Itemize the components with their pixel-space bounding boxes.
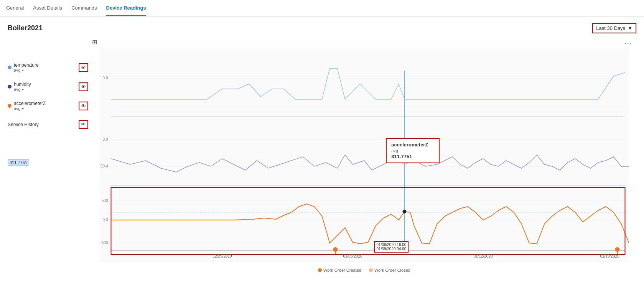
cursor-date-line1: 01/08/2020 16:00 (377, 243, 407, 247)
svg-text:0.0: 0.0 (103, 76, 108, 80)
date-filter-label: Last 30 Days (596, 25, 625, 31)
legend-info-accelerometerz: accelerometerZ avg ▾ (14, 101, 46, 111)
legend-item-temperature: temperature avg ▾ 👁 (8, 62, 88, 72)
legend-item-humidity: humidity avg ▾ 👁 (8, 82, 88, 92)
chevron-down-icon-humidity[interactable]: ▾ (22, 87, 24, 92)
tab-general[interactable]: General (6, 0, 24, 16)
value-display: 311.7751 (8, 159, 88, 166)
service-history-row: Service History 👁 (8, 120, 88, 129)
nav-tabs: General Asset Details Commands Device Re… (0, 0, 644, 17)
svg-text:01/05/2020: 01/05/2020 (343, 254, 362, 258)
chart-legend-bottom: Work Order Created Work Order Closed (92, 268, 636, 272)
work-order-closed-dot (369, 268, 373, 272)
service-history-label: Service History (8, 122, 39, 127)
legend-dot-temperature (8, 66, 12, 69)
svg-text:-500: -500 (100, 241, 108, 245)
chevron-down-icon-accelerometerz[interactable]: ▾ (22, 107, 24, 111)
svg-rect-0 (100, 48, 629, 262)
layers-icon[interactable]: ⊞ (92, 38, 97, 46)
cursor-date-line2: 01/09/2020 04:00 (377, 247, 407, 251)
svg-point-27 (403, 210, 407, 213)
legend-name-humidity: humidity (14, 82, 31, 87)
chart-svg-wrapper: 0.0 0.0 50.4 500 0.0 (92, 48, 636, 263)
chart-toolbar: ⊞ ... (92, 38, 636, 46)
value-box: 311.7751 (8, 159, 29, 166)
cursor-date-box: 01/08/2020 16:00 01/09/2020 04:00 (374, 241, 409, 253)
svg-text:0.0: 0.0 (103, 137, 108, 141)
date-filter-button[interactable]: Last 30 Days ▼ (592, 23, 636, 33)
svg-text:500: 500 (102, 199, 108, 203)
eye-icon-accelerometerz[interactable]: 👁 (79, 102, 88, 110)
date-filter-arrow: ▼ (628, 25, 632, 31)
legend-panel: temperature avg ▾ 👁 humidity (8, 38, 92, 272)
eye-icon-humidity[interactable]: 👁 (79, 82, 88, 91)
eye-icon-temperature[interactable]: 👁 (79, 63, 88, 72)
tab-device-readings[interactable]: Device Readings (106, 0, 146, 16)
chart-toolbar-left: ⊞ (92, 38, 97, 46)
legend-left-accelerometerz: accelerometerZ avg ▾ (8, 101, 46, 111)
svg-text:0.0: 0.0 (103, 218, 108, 222)
chart-area: ⊞ ... 0.0 (92, 38, 636, 272)
legend-agg-temperature: avg ▾ (14, 68, 39, 72)
legend-item-accelerometerz: accelerometerZ avg ▾ 👁 (8, 101, 88, 111)
legend-name-temperature: temperature (14, 62, 39, 68)
legend-dot-humidity (8, 85, 12, 89)
svg-text:01/19/2020: 01/19/2020 (600, 254, 619, 258)
legend-dot-accelerometerz (8, 104, 12, 108)
legend-work-order-created: Work Order Created (318, 268, 361, 272)
legend-work-order-closed: Work Order Closed (369, 268, 410, 272)
main-content: Boiler2021 Last 30 Days ▼ temperature av… (0, 17, 644, 279)
legend-agg-accelerometerz: avg ▾ (14, 106, 46, 111)
tab-asset-details[interactable]: Asset Details (33, 0, 62, 16)
legend-name-accelerometerz: accelerometerZ (14, 101, 46, 106)
svg-text:01/12/2020: 01/12/2020 (473, 254, 492, 258)
legend-left-humidity: humidity avg ▾ (8, 82, 31, 92)
legend-info-temperature: temperature avg ▾ (14, 62, 39, 72)
chart-svg: 0.0 0.0 50.4 500 0.0 (92, 48, 636, 262)
legend-info-humidity: humidity avg ▾ (14, 82, 31, 92)
chart-container: temperature avg ▾ 👁 humidity (8, 38, 636, 272)
eye-icon-service-history[interactable]: 👁 (79, 120, 88, 129)
svg-text:12/29/2019: 12/29/2019 (212, 254, 232, 258)
svg-text:50.4: 50.4 (100, 164, 108, 168)
header-row: Boiler2021 Last 30 Days ▼ (8, 23, 636, 33)
tab-commands[interactable]: Commands (71, 0, 97, 16)
more-options-button[interactable]: ... (624, 38, 632, 46)
work-order-created-dot (318, 268, 322, 272)
legend-left-temperature: temperature avg ▾ (8, 62, 39, 72)
legend-agg-humidity: avg ▾ (14, 87, 31, 92)
work-order-closed-label: Work Order Closed (374, 268, 410, 272)
work-order-created-label: Work Order Created (323, 268, 361, 272)
chevron-down-icon[interactable]: ▾ (22, 68, 24, 72)
page-title: Boiler2021 (8, 24, 43, 32)
